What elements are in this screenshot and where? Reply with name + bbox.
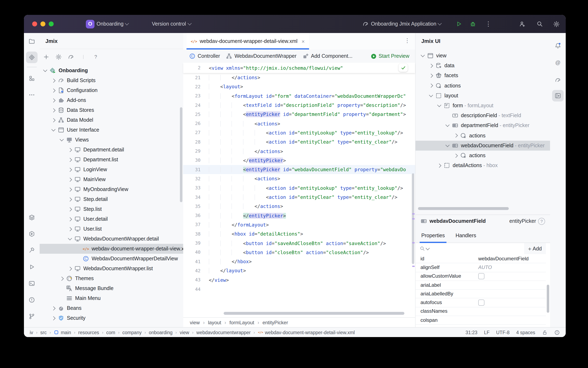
chevron-right-icon[interactable] xyxy=(67,158,73,161)
tree-item-user-list[interactable]: User.list xyxy=(40,224,183,234)
property-row-ariaLabel[interactable]: ariaLabel xyxy=(415,281,546,290)
tree-item-actions[interactable]: actions xyxy=(415,81,550,91)
run-button[interactable] xyxy=(456,15,462,33)
vertical-scrollbar[interactable] xyxy=(180,107,182,202)
tree-item-mainview[interactable]: MainView xyxy=(40,175,183,184)
chevron-right-icon[interactable] xyxy=(67,188,73,191)
problems-tool-icon[interactable] xyxy=(26,294,37,306)
status-breadcrumb-company[interactable]: company xyxy=(122,330,142,335)
tree-item-webdavdocumentwrapper-detail[interactable]: WebdavDocumentWrapper.detail xyxy=(40,234,183,244)
debug-button[interactable] xyxy=(469,15,476,33)
status-breadcrumb-iv[interactable]: iv xyxy=(30,330,33,335)
code-line-24[interactable]: 24 <textField id="descriptionField" prop… xyxy=(183,101,415,110)
file-encoding[interactable]: UTF-8 xyxy=(496,330,510,335)
tree-item-view[interactable]: view xyxy=(415,51,550,61)
status-breadcrumb-src[interactable]: src xyxy=(40,330,47,335)
breadcrumb-entityPicker[interactable]: entityPicker xyxy=(262,320,288,325)
ai-tool-icon[interactable]: @ xyxy=(552,57,564,68)
chevron-down-icon[interactable] xyxy=(420,55,425,56)
tree-item-department-detail[interactable]: Department.detail xyxy=(40,145,183,155)
add-property-button[interactable]: + Add xyxy=(524,243,546,254)
search-icon[interactable] xyxy=(420,246,425,251)
unlock-icon[interactable] xyxy=(542,330,548,335)
tree-item-department-list[interactable]: Department.list xyxy=(40,155,183,165)
gear-icon[interactable] xyxy=(55,54,62,60)
layers-tool-icon[interactable] xyxy=(26,212,37,223)
help-question-icon[interactable]: ? xyxy=(538,218,545,225)
breadcrumb-view[interactable]: view xyxy=(190,320,200,325)
tree-item-security[interactable]: Security xyxy=(40,313,183,323)
horizontal-scrollbar[interactable] xyxy=(418,207,509,210)
code-line-43[interactable]: 43</view> xyxy=(183,275,415,285)
status-breadcrumb-com[interactable]: com xyxy=(106,330,115,335)
plus-icon[interactable] xyxy=(43,54,49,60)
chevron-right-icon[interactable] xyxy=(453,154,459,157)
sticky-line[interactable]: 2<view xmlns="http://jmix.io/schema/flow… xyxy=(183,63,415,73)
code-line-31[interactable]: 31 <entityPicker id="webdavDocumentField… xyxy=(183,165,415,174)
code-line-34[interactable]: 34 <action id="entityClear" type="entity… xyxy=(183,193,415,202)
search-everywhere-icon[interactable] xyxy=(536,15,543,33)
code-line-41[interactable]: 41 </hbox> xyxy=(183,257,415,266)
tree-item-webdavdocumentwrapperdetailview[interactable]: CWebdavDocumentWrapperDetailView xyxy=(40,254,183,264)
minimize-window-button[interactable] xyxy=(40,21,45,26)
chevron-right-icon[interactable] xyxy=(453,134,459,137)
more-actions-kebab-icon[interactable]: ⋮ xyxy=(485,15,491,33)
help-icon[interactable]: ? xyxy=(92,54,99,60)
tree-item-data-stores[interactable]: Data Stores xyxy=(40,105,183,115)
tab-properties[interactable]: Properties xyxy=(421,233,445,243)
chevron-right-icon[interactable] xyxy=(50,119,56,121)
chevron-right-icon[interactable] xyxy=(50,307,56,310)
folder-tool-icon[interactable] xyxy=(26,35,37,47)
chevron-down-icon[interactable] xyxy=(444,125,450,127)
chevron-down-icon[interactable] xyxy=(59,139,64,141)
tree-item-user-interface[interactable]: User Interface xyxy=(40,125,183,135)
code-with-me-icon[interactable] xyxy=(519,15,526,33)
structure-tool-icon[interactable] xyxy=(26,73,37,84)
tab-options-kebab-icon[interactable]: ⋮ xyxy=(404,37,410,44)
code-line-33[interactable]: 33 <action id="entityLookup" type="entit… xyxy=(183,183,415,193)
chevron-right-icon[interactable] xyxy=(50,317,56,320)
tree-item-departmentfield[interactable]: departmentField - entityPicker xyxy=(415,121,550,130)
line-ending[interactable]: LF xyxy=(484,330,490,335)
code-line-25[interactable]: 25 <entityPicker id="departmentField" pr… xyxy=(183,110,415,119)
code-line-21[interactable]: 21 </actions> xyxy=(183,73,415,82)
property-value[interactable]: webdavDocumentField xyxy=(478,256,529,261)
status-breadcrumb-onboarding[interactable]: onboarding xyxy=(149,330,173,335)
tree-item-data[interactable]: data xyxy=(415,61,550,71)
code-line-23[interactable]: 23 <formLayout id="form" dataContainer="… xyxy=(183,91,415,101)
property-row-alignSelf[interactable]: alignSelfAUTO xyxy=(415,263,546,272)
settings-gear-icon[interactable] xyxy=(553,15,560,33)
property-row-allowCustomValue[interactable]: allowCustomValue xyxy=(415,272,546,281)
bell-tool-icon[interactable] xyxy=(552,40,564,52)
chevron-right-icon[interactable] xyxy=(50,89,56,92)
code-line-37[interactable]: 37 </formLayout> xyxy=(183,220,415,230)
code-line-27[interactable]: 27 <action id="entityLookup" type="entit… xyxy=(183,128,415,138)
chevron-right-icon[interactable] xyxy=(50,99,56,102)
tree-item-configuration[interactable]: Configuration xyxy=(40,85,183,95)
tree-item-step-detail[interactable]: Step.detail xyxy=(40,194,183,204)
jmix-logo-tool-icon[interactable] xyxy=(26,52,37,63)
code-line-30[interactable]: 30 </entityPicker> xyxy=(183,156,415,165)
tree-item-actions[interactable]: actions xyxy=(415,130,550,140)
search-options-chevron-icon[interactable] xyxy=(426,246,430,250)
tree-item-onboarding[interactable]: Onboarding xyxy=(40,66,183,75)
chevron-down-icon[interactable] xyxy=(42,70,48,71)
code-line-32[interactable]: 32 <actions> xyxy=(183,174,415,184)
checkbox[interactable] xyxy=(478,273,484,279)
status-breadcrumb-main[interactable]: main xyxy=(54,330,71,335)
gradle-tool-icon[interactable] xyxy=(552,74,564,86)
terminal-tool-icon[interactable] xyxy=(26,278,37,289)
tree-item-views[interactable]: Views xyxy=(40,135,183,145)
chevron-right-icon[interactable] xyxy=(67,218,73,221)
chevron-right-icon[interactable] xyxy=(428,64,434,67)
close-tab-icon[interactable]: × xyxy=(302,38,305,44)
chevron-right-icon[interactable] xyxy=(50,79,56,82)
code-line-26[interactable]: 26 <actions> xyxy=(183,119,415,128)
start-preview-button[interactable]: Start Preview xyxy=(370,53,409,59)
tree-item-add-ons[interactable]: Add-ons xyxy=(40,95,183,105)
tree-item-data-model[interactable]: Data Model xyxy=(40,115,183,125)
tree-item-build-scripts[interactable]: Build Scripts xyxy=(40,75,183,85)
tree-item-themes[interactable]: Themes xyxy=(40,274,183,284)
chevron-down-icon[interactable] xyxy=(428,95,434,97)
chevron-right-icon[interactable] xyxy=(67,198,73,201)
